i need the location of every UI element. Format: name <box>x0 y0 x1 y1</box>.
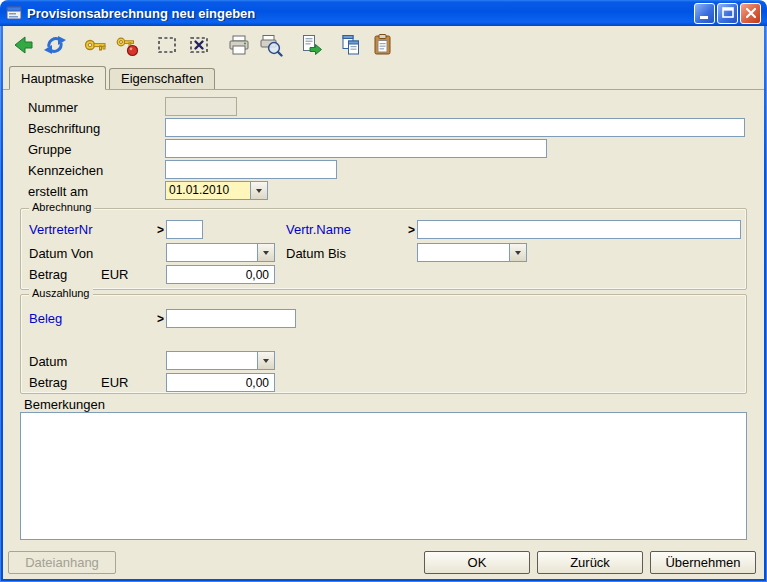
toolbar <box>3 26 764 64</box>
window-title: Provisionsabrechnung neu eingeben <box>27 6 692 21</box>
datum-bis-dropdown[interactable] <box>417 243 527 262</box>
beschriftung-field[interactable] <box>165 118 745 137</box>
beschriftung-label: Beschriftung <box>28 121 100 136</box>
datum-bis-value <box>418 244 509 261</box>
vertreternr-label[interactable]: VertreterNr <box>29 222 93 237</box>
print-icon <box>227 33 251 57</box>
auszahlung-datum-label: Datum <box>29 354 67 369</box>
delete-selection-button[interactable] <box>185 31 213 59</box>
close-button[interactable] <box>740 3 761 24</box>
kennzeichen-label: Kennzeichen <box>28 163 103 178</box>
paste-button[interactable] <box>369 31 397 59</box>
datum-von-dropdown[interactable] <box>166 243 275 262</box>
dialog-window: Provisionsabrechnung neu eingeben <box>0 0 767 582</box>
print-button[interactable] <box>225 31 253 59</box>
beleg-field[interactable] <box>166 309 296 328</box>
bemerkungen-label: Bemerkungen <box>24 397 105 412</box>
refresh-icon <box>43 33 67 57</box>
back-button[interactable] <box>9 31 37 59</box>
bemerkungen-textarea[interactable] <box>20 412 747 540</box>
tab-hauptmaske[interactable]: Hauptmaske <box>9 66 106 90</box>
kennzeichen-field[interactable] <box>165 160 337 179</box>
abrechnung-betrag-field[interactable] <box>166 265 275 284</box>
auszahlung-datum-dropdown[interactable] <box>166 351 275 370</box>
auszahlung-legend: Auszahlung <box>29 287 93 299</box>
key-run-icon <box>115 33 139 57</box>
key-button[interactable] <box>81 31 109 59</box>
vertrname-prefix: > <box>408 223 415 237</box>
selection-button[interactable] <box>153 31 181 59</box>
nummer-field <box>165 97 237 116</box>
auszahlung-betrag-field[interactable] <box>166 373 275 392</box>
zurueck-button[interactable]: Zurück <box>537 551 643 574</box>
refresh-button[interactable] <box>41 31 69 59</box>
erstellt-am-datepicker[interactable]: 01.01.2010 <box>165 181 268 200</box>
chevron-down-icon[interactable] <box>257 352 274 369</box>
copy-button[interactable] <box>337 31 365 59</box>
export-icon <box>299 33 323 57</box>
print-preview-icon <box>259 33 283 57</box>
abrechnung-legend: Abrechnung <box>29 201 94 213</box>
minimize-icon <box>700 16 708 19</box>
erstellt-am-value: 01.01.2010 <box>166 182 250 199</box>
dateianhang-button: Dateianhang <box>8 551 116 574</box>
auszahlung-groupbox: Auszahlung Beleg > Datum Betrag EUR <box>20 294 747 394</box>
export-button[interactable] <box>297 31 325 59</box>
minimize-button[interactable] <box>694 3 715 24</box>
datum-von-label: Datum Von <box>29 246 93 261</box>
back-icon <box>11 33 35 57</box>
erstellt-am-label: erstellt am <box>28 184 88 199</box>
datum-bis-label: Datum Bis <box>286 246 346 261</box>
chevron-down-icon[interactable] <box>257 244 274 261</box>
paste-icon <box>371 33 395 57</box>
vertrname-label[interactable]: Vertr.Name <box>286 222 351 237</box>
abrechnung-groupbox: Abrechnung VertreterNr > Vertr.Name > Da… <box>20 208 747 290</box>
copy-icon <box>339 33 363 57</box>
gruppe-label: Gruppe <box>28 142 71 157</box>
print-preview-button[interactable] <box>257 31 285 59</box>
delete-selection-icon <box>187 33 211 57</box>
datum-von-value <box>167 244 257 261</box>
key-icon <box>83 33 107 57</box>
nummer-label: Nummer <box>28 100 78 115</box>
vertreternr-prefix: > <box>157 223 164 237</box>
beleg-prefix: > <box>157 312 164 326</box>
abrechnung-betrag-label: Betrag <box>29 267 67 282</box>
ok-button[interactable]: OK <box>424 551 530 574</box>
vertrname-field[interactable] <box>417 220 741 239</box>
titlebar[interactable]: Provisionsabrechnung neu eingeben <box>0 0 767 26</box>
chevron-down-icon[interactable] <box>509 244 526 261</box>
tabstrip: Hauptmaske Eigenschaften <box>3 66 764 90</box>
chevron-down-icon[interactable] <box>250 182 267 199</box>
selection-rect-icon <box>155 33 179 57</box>
gruppe-field[interactable] <box>165 139 547 158</box>
auszahlung-betrag-label: Betrag <box>29 375 67 390</box>
abrechnung-betrag-currency: EUR <box>101 267 128 282</box>
tab-eigenschaften[interactable]: Eigenschaften <box>109 68 215 89</box>
vertreternr-field[interactable] <box>166 220 203 239</box>
beleg-label[interactable]: Beleg <box>29 311 62 326</box>
key-run-button[interactable] <box>113 31 141 59</box>
auszahlung-datum-value <box>167 352 257 369</box>
uebernehmen-button[interactable]: Übernehmen <box>650 551 756 574</box>
app-icon <box>6 5 22 21</box>
dialog-body: Hauptmaske Eigenschaften Nummer Beschrif… <box>3 26 764 579</box>
auszahlung-betrag-currency: EUR <box>101 375 128 390</box>
maximize-button[interactable] <box>717 3 738 24</box>
